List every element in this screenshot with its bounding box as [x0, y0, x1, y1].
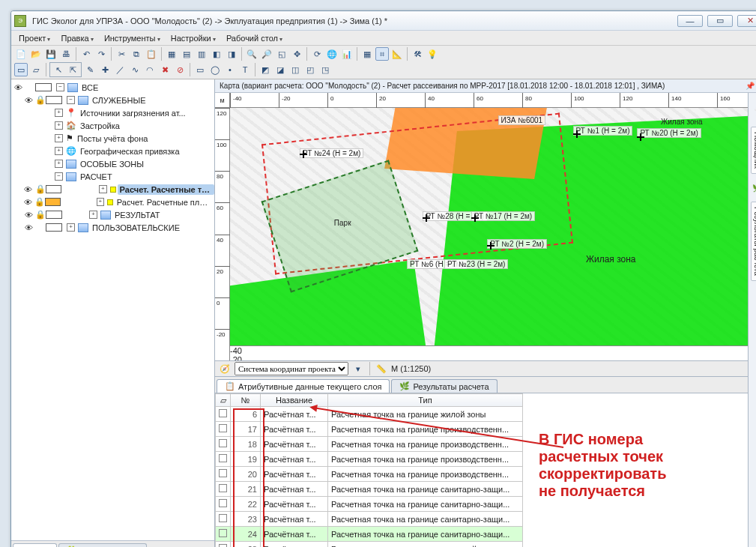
calc-point-marker[interactable]	[300, 151, 307, 158]
pin-icon[interactable]: 📌	[746, 82, 755, 90]
cell-name[interactable]: Расчётная т...	[261, 452, 328, 467]
row-checkbox[interactable]	[219, 424, 227, 432]
row-checkbox[interactable]	[219, 484, 227, 492]
menu-tools[interactable]: Инструменты	[100, 33, 165, 43]
calc-point-marker[interactable]	[423, 214, 430, 222]
add-node-icon[interactable]: ✚	[98, 63, 112, 76]
tab-results[interactable]: 🌿 Результаты расчета	[391, 379, 497, 393]
expander[interactable]: +	[97, 198, 104, 206]
row-checkbox[interactable]	[219, 409, 227, 417]
cell-num[interactable]: 19	[231, 452, 261, 467]
paste-icon[interactable]: 📋	[145, 47, 158, 61]
point-icon[interactable]: •	[223, 63, 237, 76]
cell-num[interactable]: 18	[231, 437, 261, 452]
calc-point-marker[interactable]	[471, 214, 479, 222]
tree-group[interactable]: ПОЛЬЗОВАТЕЛЬСКИЕ	[90, 223, 182, 233]
row-checkbox[interactable]	[219, 514, 227, 522]
tab-attributes[interactable]: 📋 Атрибутивные данные текущего слоя	[217, 379, 390, 393]
ellipse-icon[interactable]: ◯	[208, 63, 222, 76]
tree-item[interactable]: Расчет. Расчетные площ...	[115, 197, 214, 208]
eye-icon[interactable]: 👁	[13, 83, 23, 92]
map-canvas[interactable]: ИЗА №6001 РТ №1 (H = 2м) РТ №20 (H = 2м)…	[230, 108, 756, 360]
ruler-icon[interactable]: 📐	[390, 47, 404, 61]
cell-num[interactable]: 22	[231, 497, 261, 512]
text-icon[interactable]: T	[238, 63, 252, 76]
layer2-icon[interactable]: ▤	[180, 47, 193, 61]
cell-name[interactable]: Расчётная т...	[261, 422, 328, 437]
cell-name[interactable]: Расчётная т...	[261, 482, 328, 497]
chart-icon[interactable]: 📊	[340, 47, 354, 61]
table-row[interactable]: 21Расчётная т...Расчетная точка на грани…	[216, 482, 523, 497]
new-icon[interactable]: 📄	[14, 47, 28, 61]
save-icon[interactable]: 💾	[44, 47, 58, 61]
cell-type[interactable]: Расчетная точка на границе санитарно-защ…	[328, 512, 523, 527]
row-checkbox[interactable]	[219, 544, 227, 547]
node-edit-icon[interactable]: ✎	[83, 63, 97, 76]
tab-layers[interactable]: ▤ Слои	[13, 543, 57, 547]
open-icon[interactable]: 📂	[29, 47, 43, 61]
poly-tool-icon[interactable]: ▱	[29, 63, 43, 76]
helper-icon[interactable]: ❔	[752, 108, 757, 118]
del-node-icon[interactable]: ✖	[158, 63, 172, 76]
calc-point-marker[interactable]	[573, 130, 581, 138]
layer5-icon[interactable]: ◨	[225, 47, 238, 61]
measure-icon[interactable]: 📏	[375, 362, 388, 375]
row-checkbox[interactable]	[219, 499, 227, 507]
expander[interactable]: +	[55, 121, 63, 130]
bulb-icon[interactable]: 💡	[426, 47, 439, 61]
dock-tab-results[interactable]: Результаты расчета	[751, 202, 756, 281]
tree-item-selected[interactable]: Расчет. Расчетные то...	[118, 184, 214, 195]
layer4-icon[interactable]: ◧	[210, 47, 223, 61]
m4-icon[interactable]: ◰	[303, 63, 317, 76]
cell-num[interactable]: 21	[231, 482, 261, 497]
expander[interactable]: −	[56, 83, 64, 91]
table-row[interactable]: 6Расчётная т...Расчетная точка на границ…	[216, 407, 523, 422]
globe-icon[interactable]: 🌐	[325, 47, 339, 61]
dropdown-icon[interactable]: ▾	[351, 362, 365, 375]
expander[interactable]: −	[67, 96, 75, 104]
cell-name[interactable]: Расчётная т...	[261, 467, 328, 482]
m1-icon[interactable]: ◩	[258, 63, 272, 76]
expander[interactable]: −	[55, 172, 63, 181]
m3-icon[interactable]: ◫	[288, 63, 302, 76]
col-type[interactable]: Тип	[328, 394, 523, 407]
table-row[interactable]: 19Расчётная т...Расчетная точка на грани…	[216, 452, 523, 467]
fit-icon[interactable]: ◱	[275, 47, 288, 61]
cut-icon[interactable]: ✂	[115, 47, 128, 61]
zoom-out-icon[interactable]: 🔎	[260, 47, 273, 61]
tab-props[interactable]: 🧩 Свойства фигур	[58, 543, 147, 547]
map-area[interactable]: м -40-20020406080100120140160180 1201008…	[215, 93, 756, 360]
cell-num[interactable]: 28	[231, 542, 261, 548]
table-row[interactable]: 24Расчётная т...Расчетная точка на грани…	[216, 527, 523, 542]
refresh-icon[interactable]: ⟳	[310, 47, 324, 61]
layer-tree[interactable]: 👁 − ВСЕ 👁🔒 − СЛУЖЕБНЫЕ + 📍 Источники	[11, 79, 214, 540]
line-icon[interactable]: ／	[113, 63, 127, 76]
copy-icon[interactable]: ⧉	[130, 47, 143, 61]
crs-icon[interactable]: 🧭	[218, 362, 232, 375]
cell-type[interactable]: Расчетная точка на границе производствен…	[328, 422, 523, 437]
rect-icon[interactable]: ▭	[193, 63, 207, 76]
expander[interactable]: +	[55, 147, 63, 155]
cell-num[interactable]: 24	[231, 527, 261, 542]
tree-root[interactable]: ВСЕ	[79, 82, 100, 93]
cell-num[interactable]: 20	[231, 467, 261, 482]
cell-name[interactable]: Расчётная т...	[261, 542, 328, 548]
cell-type[interactable]: Расчетная точка на границе санитарно-защ…	[328, 482, 523, 497]
eye-icon[interactable]: 👁	[23, 96, 34, 105]
cell-type[interactable]: Расчетная точка на границе производствен…	[328, 467, 523, 482]
ext1-icon[interactable]: 🛠	[411, 47, 424, 61]
table-row[interactable]: 20Расчётная т...Расчетная точка на грани…	[216, 467, 523, 482]
expander[interactable]: +	[89, 211, 97, 219]
menu-project[interactable]: Проект	[14, 33, 55, 43]
select-tool-icon[interactable]: ▭	[14, 63, 28, 76]
expander[interactable]: +	[55, 160, 63, 168]
cell-num[interactable]: 17	[231, 422, 261, 437]
tree-item[interactable]: Географическая привязка	[78, 146, 182, 157]
table-row[interactable]: 28Расчётная т...Расчетная точка на грани…	[216, 542, 523, 548]
layer3-icon[interactable]: ▥	[195, 47, 208, 61]
maximize-button[interactable]: ▭	[707, 15, 733, 27]
eye-icon[interactable]: 👁	[23, 223, 34, 232]
layer1-icon[interactable]: ▦	[165, 47, 178, 61]
tree-item[interactable]: РЕЗУЛЬТАТ	[112, 210, 162, 220]
zoom-in-icon[interactable]: 🔍	[245, 47, 258, 61]
